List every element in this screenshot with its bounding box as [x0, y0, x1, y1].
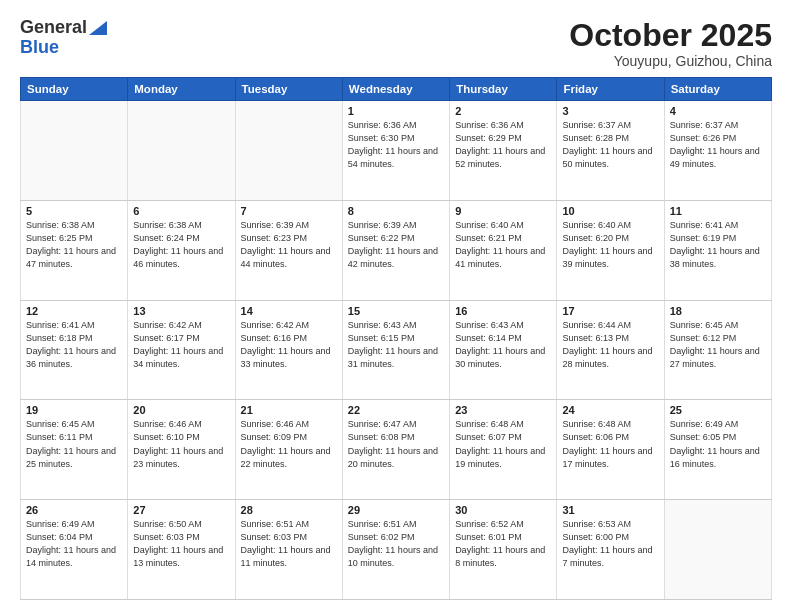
calendar-cell: 8Sunrise: 6:39 AM Sunset: 6:22 PM Daylig… — [342, 200, 449, 300]
calendar-cell: 23Sunrise: 6:48 AM Sunset: 6:07 PM Dayli… — [450, 400, 557, 500]
day-number: 17 — [562, 305, 658, 317]
day-info: Sunrise: 6:50 AM Sunset: 6:03 PM Dayligh… — [133, 518, 229, 570]
day-info: Sunrise: 6:45 AM Sunset: 6:12 PM Dayligh… — [670, 319, 766, 371]
day-number: 10 — [562, 205, 658, 217]
day-number: 7 — [241, 205, 337, 217]
week-row-4: 19Sunrise: 6:45 AM Sunset: 6:11 PM Dayli… — [21, 400, 772, 500]
day-info: Sunrise: 6:43 AM Sunset: 6:14 PM Dayligh… — [455, 319, 551, 371]
calendar-cell: 12Sunrise: 6:41 AM Sunset: 6:18 PM Dayli… — [21, 300, 128, 400]
day-info: Sunrise: 6:48 AM Sunset: 6:07 PM Dayligh… — [455, 418, 551, 470]
day-number: 25 — [670, 404, 766, 416]
day-info: Sunrise: 6:36 AM Sunset: 6:30 PM Dayligh… — [348, 119, 444, 171]
day-info: Sunrise: 6:47 AM Sunset: 6:08 PM Dayligh… — [348, 418, 444, 470]
calendar-cell: 2Sunrise: 6:36 AM Sunset: 6:29 PM Daylig… — [450, 101, 557, 201]
calendar-cell: 4Sunrise: 6:37 AM Sunset: 6:26 PM Daylig… — [664, 101, 771, 201]
calendar-cell: 7Sunrise: 6:39 AM Sunset: 6:23 PM Daylig… — [235, 200, 342, 300]
day-number: 20 — [133, 404, 229, 416]
day-number: 9 — [455, 205, 551, 217]
calendar-cell: 24Sunrise: 6:48 AM Sunset: 6:06 PM Dayli… — [557, 400, 664, 500]
day-number: 15 — [348, 305, 444, 317]
day-info: Sunrise: 6:41 AM Sunset: 6:19 PM Dayligh… — [670, 219, 766, 271]
day-info: Sunrise: 6:38 AM Sunset: 6:25 PM Dayligh… — [26, 219, 122, 271]
calendar-cell: 10Sunrise: 6:40 AM Sunset: 6:20 PM Dayli… — [557, 200, 664, 300]
day-number: 23 — [455, 404, 551, 416]
day-info: Sunrise: 6:53 AM Sunset: 6:00 PM Dayligh… — [562, 518, 658, 570]
day-number: 18 — [670, 305, 766, 317]
day-number: 19 — [26, 404, 122, 416]
calendar-cell: 9Sunrise: 6:40 AM Sunset: 6:21 PM Daylig… — [450, 200, 557, 300]
calendar-cell: 13Sunrise: 6:42 AM Sunset: 6:17 PM Dayli… — [128, 300, 235, 400]
logo: General Blue — [20, 18, 107, 58]
day-info: Sunrise: 6:46 AM Sunset: 6:10 PM Dayligh… — [133, 418, 229, 470]
calendar-cell: 16Sunrise: 6:43 AM Sunset: 6:14 PM Dayli… — [450, 300, 557, 400]
day-number: 14 — [241, 305, 337, 317]
day-number: 26 — [26, 504, 122, 516]
calendar-cell: 1Sunrise: 6:36 AM Sunset: 6:30 PM Daylig… — [342, 101, 449, 201]
calendar-cell: 21Sunrise: 6:46 AM Sunset: 6:09 PM Dayli… — [235, 400, 342, 500]
calendar-cell: 15Sunrise: 6:43 AM Sunset: 6:15 PM Dayli… — [342, 300, 449, 400]
day-number: 13 — [133, 305, 229, 317]
location: Youyupu, Guizhou, China — [569, 53, 772, 69]
day-info: Sunrise: 6:49 AM Sunset: 6:05 PM Dayligh… — [670, 418, 766, 470]
day-info: Sunrise: 6:40 AM Sunset: 6:20 PM Dayligh… — [562, 219, 658, 271]
day-info: Sunrise: 6:40 AM Sunset: 6:21 PM Dayligh… — [455, 219, 551, 271]
calendar-cell: 28Sunrise: 6:51 AM Sunset: 6:03 PM Dayli… — [235, 500, 342, 600]
calendar-cell: 19Sunrise: 6:45 AM Sunset: 6:11 PM Dayli… — [21, 400, 128, 500]
week-row-5: 26Sunrise: 6:49 AM Sunset: 6:04 PM Dayli… — [21, 500, 772, 600]
day-number: 30 — [455, 504, 551, 516]
day-info: Sunrise: 6:36 AM Sunset: 6:29 PM Dayligh… — [455, 119, 551, 171]
day-info: Sunrise: 6:46 AM Sunset: 6:09 PM Dayligh… — [241, 418, 337, 470]
calendar-cell: 30Sunrise: 6:52 AM Sunset: 6:01 PM Dayli… — [450, 500, 557, 600]
calendar-cell — [21, 101, 128, 201]
day-number: 2 — [455, 105, 551, 117]
calendar-cell: 25Sunrise: 6:49 AM Sunset: 6:05 PM Dayli… — [664, 400, 771, 500]
day-info: Sunrise: 6:37 AM Sunset: 6:26 PM Dayligh… — [670, 119, 766, 171]
header: General Blue October 2025 Youyupu, Guizh… — [20, 18, 772, 69]
title-block: October 2025 Youyupu, Guizhou, China — [569, 18, 772, 69]
day-number: 8 — [348, 205, 444, 217]
week-row-3: 12Sunrise: 6:41 AM Sunset: 6:18 PM Dayli… — [21, 300, 772, 400]
calendar-cell: 6Sunrise: 6:38 AM Sunset: 6:24 PM Daylig… — [128, 200, 235, 300]
logo-icon — [89, 21, 107, 35]
calendar-cell: 20Sunrise: 6:46 AM Sunset: 6:10 PM Dayli… — [128, 400, 235, 500]
day-number: 1 — [348, 105, 444, 117]
day-info: Sunrise: 6:39 AM Sunset: 6:23 PM Dayligh… — [241, 219, 337, 271]
calendar-cell: 5Sunrise: 6:38 AM Sunset: 6:25 PM Daylig… — [21, 200, 128, 300]
day-number: 5 — [26, 205, 122, 217]
calendar-header-row: Sunday Monday Tuesday Wednesday Thursday… — [21, 78, 772, 101]
calendar-cell: 27Sunrise: 6:50 AM Sunset: 6:03 PM Dayli… — [128, 500, 235, 600]
week-row-1: 1Sunrise: 6:36 AM Sunset: 6:30 PM Daylig… — [21, 101, 772, 201]
calendar-cell: 31Sunrise: 6:53 AM Sunset: 6:00 PM Dayli… — [557, 500, 664, 600]
calendar-cell — [128, 101, 235, 201]
day-info: Sunrise: 6:37 AM Sunset: 6:28 PM Dayligh… — [562, 119, 658, 171]
day-info: Sunrise: 6:45 AM Sunset: 6:11 PM Dayligh… — [26, 418, 122, 470]
day-info: Sunrise: 6:51 AM Sunset: 6:02 PM Dayligh… — [348, 518, 444, 570]
col-sunday: Sunday — [21, 78, 128, 101]
svg-marker-0 — [89, 21, 107, 35]
day-number: 31 — [562, 504, 658, 516]
calendar-cell: 14Sunrise: 6:42 AM Sunset: 6:16 PM Dayli… — [235, 300, 342, 400]
day-info: Sunrise: 6:48 AM Sunset: 6:06 PM Dayligh… — [562, 418, 658, 470]
day-info: Sunrise: 6:38 AM Sunset: 6:24 PM Dayligh… — [133, 219, 229, 271]
col-monday: Monday — [128, 78, 235, 101]
day-info: Sunrise: 6:49 AM Sunset: 6:04 PM Dayligh… — [26, 518, 122, 570]
day-number: 6 — [133, 205, 229, 217]
day-info: Sunrise: 6:39 AM Sunset: 6:22 PM Dayligh… — [348, 219, 444, 271]
day-number: 27 — [133, 504, 229, 516]
calendar-cell: 26Sunrise: 6:49 AM Sunset: 6:04 PM Dayli… — [21, 500, 128, 600]
col-saturday: Saturday — [664, 78, 771, 101]
logo-blue-text: Blue — [20, 38, 59, 58]
week-row-2: 5Sunrise: 6:38 AM Sunset: 6:25 PM Daylig… — [21, 200, 772, 300]
month-title: October 2025 — [569, 18, 772, 53]
calendar-cell — [235, 101, 342, 201]
day-number: 22 — [348, 404, 444, 416]
calendar-cell: 22Sunrise: 6:47 AM Sunset: 6:08 PM Dayli… — [342, 400, 449, 500]
day-number: 28 — [241, 504, 337, 516]
day-info: Sunrise: 6:44 AM Sunset: 6:13 PM Dayligh… — [562, 319, 658, 371]
day-info: Sunrise: 6:42 AM Sunset: 6:16 PM Dayligh… — [241, 319, 337, 371]
day-number: 3 — [562, 105, 658, 117]
calendar-cell: 11Sunrise: 6:41 AM Sunset: 6:19 PM Dayli… — [664, 200, 771, 300]
day-info: Sunrise: 6:51 AM Sunset: 6:03 PM Dayligh… — [241, 518, 337, 570]
page: General Blue October 2025 Youyupu, Guizh… — [0, 0, 792, 612]
day-number: 29 — [348, 504, 444, 516]
